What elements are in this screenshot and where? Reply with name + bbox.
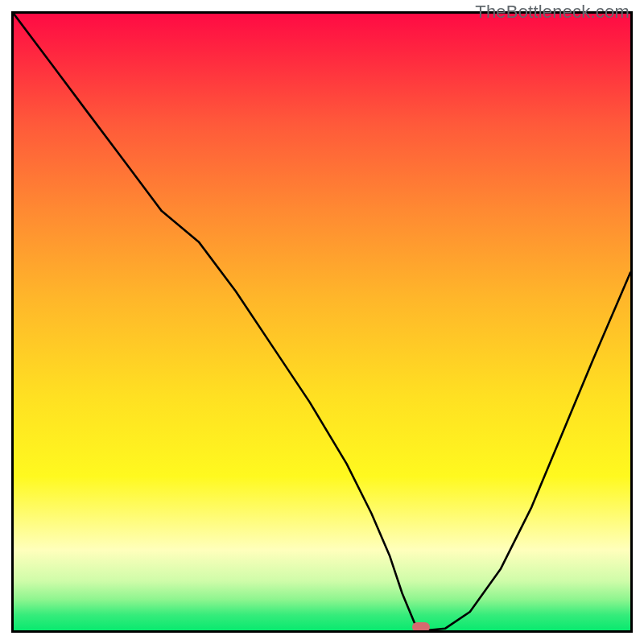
curve-svg [14, 14, 630, 630]
bottleneck-curve-path [14, 14, 630, 630]
plot-area [11, 11, 633, 633]
watermark-text: TheBottleneck.com [475, 2, 630, 23]
minimum-marker-icon [412, 622, 430, 632]
bottleneck-chart: TheBottleneck.com [0, 0, 644, 644]
